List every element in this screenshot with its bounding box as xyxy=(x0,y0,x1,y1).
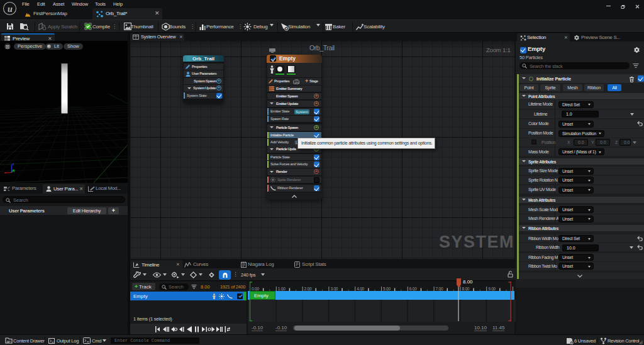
svg-text:0.00: 0.00 xyxy=(252,287,259,291)
svg-text:z: z xyxy=(13,162,14,166)
svg-text:4.00: 4.00 xyxy=(357,287,364,291)
svg-text:5.00: 5.00 xyxy=(383,287,391,291)
svg-text:Y: Y xyxy=(13,169,15,173)
svg-text:6.00: 6.00 xyxy=(409,287,417,291)
svg-text:CPU: CPU xyxy=(294,80,299,84)
svg-text:u: u xyxy=(8,4,13,14)
svg-text:9.00: 9.00 xyxy=(488,287,496,291)
svg-text:3.00: 3.00 xyxy=(330,287,338,291)
svg-text:7.00: 7.00 xyxy=(436,287,443,291)
svg-text:1.00: 1.00 xyxy=(278,287,286,291)
svg-text:2.00: 2.00 xyxy=(304,287,312,291)
